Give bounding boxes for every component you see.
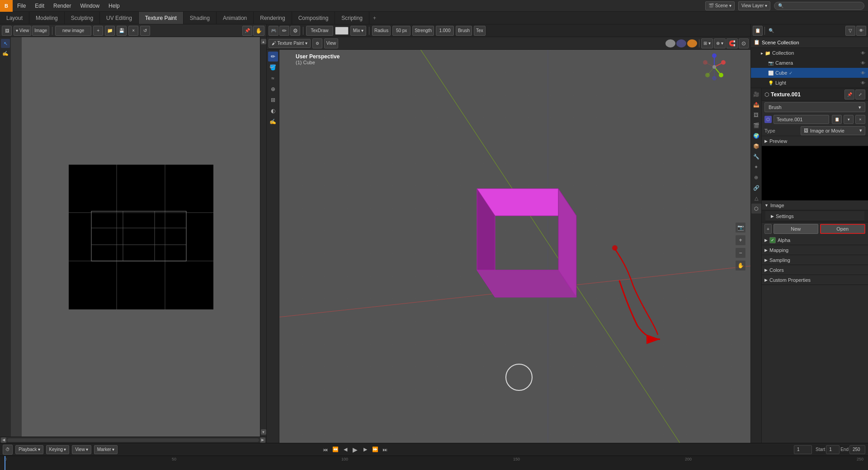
tab-shading[interactable]: Shading bbox=[184, 12, 217, 24]
tool-annotate[interactable]: ✍ bbox=[1, 49, 10, 58]
vp-pan-btn[interactable]: ✋ bbox=[735, 260, 746, 271]
image-section-header[interactable]: ▼ Image bbox=[762, 200, 868, 210]
mapping-section-header[interactable]: ▶ Mapping bbox=[762, 245, 868, 255]
vt-annotate-tool[interactable]: ✍ bbox=[268, 117, 278, 127]
timeline-type-btn[interactable]: ⏱ bbox=[3, 445, 13, 455]
tab-modeling[interactable]: Modeling bbox=[29, 12, 65, 24]
prop-tab-scene[interactable]: 🎬 bbox=[751, 120, 761, 130]
brush-btn[interactable]: Brush bbox=[456, 26, 472, 36]
outliner-eye-light[interactable]: 👁 bbox=[861, 81, 865, 85]
preview-section-header[interactable]: ▶ Preview bbox=[762, 136, 868, 146]
prop-tab-data[interactable]: △ bbox=[751, 193, 761, 203]
scene-selector[interactable]: 🎬 Scene ▾ bbox=[705, 1, 735, 10]
new-image-btn[interactable]: + bbox=[93, 26, 103, 36]
start-frame-field[interactable]: 1 bbox=[826, 445, 840, 454]
vt-fill-tool[interactable]: 🪣 bbox=[268, 62, 278, 72]
texdraw-btn[interactable]: TexDraw bbox=[306, 26, 333, 36]
texture-paint-mode-dropdown[interactable]: 🖌 Texture Paint ▾ bbox=[269, 39, 311, 48]
proportional-edit-btn[interactable]: ⊙ bbox=[739, 38, 749, 48]
prop-tab-render[interactable]: 🎥 bbox=[751, 89, 761, 99]
outliner-eye-camera[interactable]: 👁 bbox=[861, 61, 865, 66]
marker-dropdown[interactable]: Marker ▾ bbox=[94, 445, 118, 454]
prop-tab-constraint[interactable]: 🔗 bbox=[751, 183, 761, 193]
texture-unlink-btn[interactable]: × bbox=[855, 115, 865, 124]
scroll-down-btn[interactable]: ▼ bbox=[261, 429, 266, 435]
step-forward-btn[interactable]: ▶ bbox=[361, 446, 369, 454]
menu-edit[interactable]: Edit bbox=[30, 0, 49, 11]
outliner-item-cube[interactable]: ⬜ Cube ✓ 👁 bbox=[751, 68, 868, 78]
add-image-btn[interactable]: + bbox=[764, 224, 772, 234]
vt-mask-tool[interactable]: ◐ bbox=[268, 106, 278, 116]
texture-name-field[interactable]: Texture.001 bbox=[774, 115, 829, 124]
tab-scripting[interactable]: Scripting bbox=[335, 12, 369, 24]
colors-section-header[interactable]: ▶ Colors bbox=[762, 265, 868, 275]
tp-options-btn[interactable]: ⚙ bbox=[312, 38, 322, 48]
overlay-btn[interactable]: ⊞ ▾ bbox=[701, 38, 713, 48]
view-menu-btn[interactable]: ▾ View bbox=[14, 26, 31, 36]
gizmo-btn[interactable]: ⊕ ▾ bbox=[714, 38, 726, 48]
color-swatch[interactable] bbox=[335, 27, 349, 35]
tex-btn[interactable]: Tex bbox=[474, 26, 486, 36]
vt-clone-tool[interactable]: ⊕ bbox=[268, 84, 278, 94]
prop-tab-material[interactable]: ⬡ bbox=[751, 204, 761, 214]
prop-tab-output[interactable]: 📤 bbox=[751, 100, 761, 109]
prop-tab-physics[interactable]: ⊕ bbox=[751, 172, 761, 182]
outliner-eye-cube[interactable]: 👁 bbox=[861, 71, 865, 76]
new-image-btn-prop[interactable]: New bbox=[774, 224, 818, 234]
nav-tool-btn[interactable]: ✋ bbox=[253, 26, 264, 36]
prop-tab-modifier[interactable]: 🔧 bbox=[751, 152, 761, 161]
vp-zoom-in-btn[interactable]: + bbox=[735, 235, 746, 246]
alpha-section-header[interactable]: ▶ ✓ Alpha bbox=[762, 235, 868, 245]
alpha-checkbox[interactable]: ✓ bbox=[769, 237, 776, 243]
tab-rendering[interactable]: Rendering bbox=[254, 12, 292, 24]
brush-icon-btn[interactable]: ✏ bbox=[279, 26, 289, 36]
open-image-btn[interactable]: 📁 bbox=[105, 26, 115, 36]
tool-cursor[interactable]: ↖ bbox=[1, 39, 10, 48]
search-bar[interactable]: 🔍 bbox=[774, 2, 864, 10]
menu-help[interactable]: Help bbox=[104, 0, 124, 11]
timeline-view-dropdown[interactable]: View ▾ bbox=[72, 445, 91, 454]
play-btn[interactable]: ▶ bbox=[351, 446, 359, 454]
jump-start-btn[interactable]: ⏮ bbox=[321, 446, 330, 454]
jump-end-btn[interactable]: ⏭ bbox=[381, 446, 389, 454]
prop-tab-object[interactable]: 📦 bbox=[751, 141, 761, 151]
blend-mode-btn[interactable]: Mix ▾ bbox=[350, 26, 366, 36]
outliner-eye-toggle[interactable]: 👁 bbox=[856, 26, 866, 36]
editor-type-btn[interactable]: 🖼 bbox=[2, 26, 12, 36]
shading-solid-btn[interactable] bbox=[665, 39, 675, 47]
vp-camera-view-btn[interactable]: 📷 bbox=[735, 222, 746, 233]
step-back-btn[interactable]: ◀ bbox=[341, 446, 349, 454]
save-image-btn[interactable]: 💾 bbox=[117, 26, 127, 36]
shading-material-btn[interactable] bbox=[676, 39, 686, 47]
vp-zoom-out-btn[interactable]: − bbox=[735, 247, 746, 258]
prop-tab-view[interactable]: 🖼 bbox=[751, 110, 761, 120]
brush-dropdown[interactable]: Brush ▾ bbox=[764, 102, 865, 112]
end-frame-field[interactable]: 250 bbox=[849, 445, 865, 454]
sampling-section-header[interactable]: ▶ Sampling bbox=[762, 255, 868, 265]
outliner-item-light[interactable]: 💡 Light 👁 bbox=[751, 78, 868, 88]
tab-uv-editing[interactable]: UV Editing bbox=[100, 12, 139, 24]
prop-tab-world[interactable]: 🌍 bbox=[751, 131, 761, 141]
menu-render[interactable]: Render bbox=[49, 0, 75, 11]
outliner-search[interactable]: 🔍 bbox=[767, 28, 776, 33]
vt-soften-tool[interactable]: ⊞ bbox=[268, 95, 278, 105]
keying-dropdown[interactable]: Keying ▾ bbox=[46, 445, 70, 454]
texture-new-btn[interactable]: 📋 bbox=[832, 115, 842, 124]
view-layer-selector[interactable]: View Layer ▾ bbox=[738, 1, 770, 10]
new-image-field[interactable]: new image bbox=[55, 26, 91, 36]
current-frame-field[interactable]: 1 bbox=[794, 445, 812, 454]
outliner-item-camera[interactable]: 📷 Camera 👁 bbox=[751, 58, 868, 68]
scroll-left-btn[interactable]: ◀ bbox=[1, 437, 6, 443]
tool-icon-btn[interactable]: ⚙ bbox=[290, 26, 300, 36]
vt-brush-tool[interactable]: ✏ bbox=[268, 52, 278, 62]
prop-expand-btn[interactable]: ⤢ bbox=[855, 90, 865, 100]
texture-browse-btn[interactable]: ▾ bbox=[844, 115, 854, 124]
vt-smear-tool[interactable]: ≈ bbox=[268, 73, 278, 83]
open-image-btn-prop[interactable]: Open bbox=[820, 224, 866, 234]
next-keyframe-btn[interactable]: ⏩ bbox=[371, 446, 379, 454]
tab-layout[interactable]: Layout bbox=[0, 12, 29, 24]
outliner-filter-btn[interactable]: ▽ bbox=[845, 26, 855, 36]
strength-value[interactable]: 1.000 bbox=[436, 26, 454, 36]
prop-tab-particles[interactable]: ✦ bbox=[751, 162, 761, 172]
view-btn[interactable]: View bbox=[324, 38, 339, 48]
